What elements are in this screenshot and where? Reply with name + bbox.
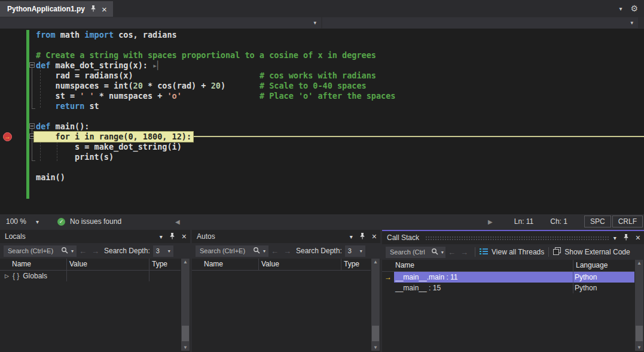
autos-titlebar[interactable]: Autos ▾ ×: [192, 230, 380, 243]
chevron-down-icon: ▾: [71, 248, 74, 254]
autos-title: Autos: [197, 232, 215, 241]
scroll-up-icon[interactable]: ▲: [371, 259, 380, 265]
document-tab-strip: PythonApplication1.py × ▾ ⚙: [0, 0, 644, 17]
view-all-threads-button[interactable]: View all Threads: [480, 248, 544, 257]
column-header-name[interactable]: Name: [382, 260, 573, 271]
close-icon[interactable]: ×: [636, 233, 640, 242]
pin-icon[interactable]: [623, 232, 629, 243]
nav-member-dropdown[interactable]: ▾: [322, 17, 638, 28]
breakpoint-current-line-icon[interactable]: →: [3, 132, 12, 141]
scroll-down-icon[interactable]: ▼: [635, 345, 643, 350]
locals-titlebar[interactable]: Locals ▾ ×: [0, 230, 190, 243]
scroll-up-icon[interactable]: ▲: [635, 260, 643, 266]
change-tracking-bar: [26, 30, 29, 199]
autos-toolbar: Search (Ctrl+E) ▾ ← → Search Depth: 3 ▾: [192, 243, 380, 259]
toolbar-separator: [548, 247, 549, 257]
document-tab[interactable]: PythonApplication1.py ×: [0, 1, 113, 17]
call-stack-frame-row[interactable]: __main__ : 15Python: [382, 283, 634, 293]
scroll-right-icon[interactable]: ▶: [488, 219, 493, 225]
code-line[interactable]: main(): [36, 172, 395, 183]
line-indicator: Ln: 11: [514, 217, 533, 226]
window-position-chevron-icon[interactable]: ▾: [350, 233, 353, 240]
code-line[interactable]: # Create a string with spaces proportion…: [36, 50, 395, 60]
locals-search-input[interactable]: Search (Ctrl+E) ▾: [4, 245, 77, 257]
expander-icon[interactable]: ▷: [5, 273, 9, 279]
scroll-up-icon[interactable]: ▲: [181, 259, 190, 265]
search-icon: [253, 245, 260, 256]
call-stack-frame-row[interactable]: →__main__.main : 11Python: [382, 272, 634, 283]
pin-icon[interactable]: [90, 5, 96, 13]
code-line[interactable]: [36, 162, 395, 172]
call-stack-title: Call Stack: [387, 233, 419, 242]
column-header-name[interactable]: Name: [192, 259, 259, 270]
tab-list-chevron-down-icon[interactable]: ▾: [619, 5, 622, 12]
call-stack-titlebar[interactable]: Call Stack ▾ ×: [382, 231, 644, 244]
call-stack-search-input[interactable]: Search (Ctrl ▾: [386, 247, 445, 258]
chevron-down-icon: ▾: [263, 248, 265, 254]
search-forward-icon[interactable]: →: [283, 247, 291, 256]
no-issues-check-icon: ✓: [57, 218, 65, 226]
call-stack-panel: Call Stack ▾ × Search (Ctrl ▾ ← → View a…: [382, 230, 644, 352]
external-code-icon: [553, 247, 561, 257]
frame-name: __main__.main : 11: [394, 272, 573, 283]
scrollbar-thumb[interactable]: [636, 326, 643, 341]
code-line[interactable]: print(s): [36, 152, 395, 162]
close-icon[interactable]: ×: [182, 232, 187, 241]
zoom-dropdown[interactable]: 100 % ▾: [0, 217, 54, 226]
column-header-language[interactable]: Language: [573, 260, 634, 271]
editor-navigation-bar: ▾ ▾: [0, 17, 644, 29]
call-stack-vertical-scrollbar[interactable]: ▲ ▼: [635, 260, 643, 351]
scrollbar-thumb[interactable]: [372, 326, 379, 341]
pin-icon[interactable]: [359, 231, 365, 242]
close-icon[interactable]: ×: [102, 5, 107, 14]
show-external-code-button[interactable]: Show External Code: [553, 247, 630, 257]
locals-vertical-scrollbar[interactable]: ▲ ▼: [181, 259, 190, 351]
search-depth-label: Search Depth:: [296, 247, 342, 255]
fold-toggle[interactable]: [29, 62, 35, 68]
locals-row[interactable]: ▷{ }Globals: [0, 271, 181, 281]
search-depth-dropdown[interactable]: 3 ▾: [153, 245, 173, 257]
code-editor[interactable]: → from math import cos, radians# Create …: [0, 29, 644, 214]
column-header-value[interactable]: Value: [67, 259, 149, 270]
code-line[interactable]: s = make_dot_string(i): [36, 142, 395, 152]
code-line[interactable]: st = ' ' * numspaces + 'o' # Place 'o' a…: [36, 91, 395, 101]
spaces-indicator[interactable]: SPC: [584, 216, 611, 227]
code-line[interactable]: def main():: [36, 122, 395, 132]
fold-toggle[interactable]: [29, 123, 35, 129]
code-line[interactable]: def make_dot_string(x): ▸▏: [36, 60, 395, 71]
autos-search-input[interactable]: Search (Ctrl+E) ▾: [196, 245, 268, 257]
scroll-down-icon[interactable]: ▼: [181, 345, 190, 350]
search-back-icon[interactable]: ←: [448, 248, 456, 257]
code-line[interactable]: numspaces = int(20 * cos(rad) + 20) # Sc…: [36, 81, 395, 91]
object-braces-icon: { }: [13, 272, 19, 280]
scroll-left-icon[interactable]: ◀: [175, 219, 180, 225]
search-forward-icon[interactable]: →: [460, 248, 468, 257]
pin-icon[interactable]: [169, 231, 175, 242]
column-header-value[interactable]: Value: [259, 259, 341, 270]
code-line[interactable]: rad = radians(x) # cos works with radian…: [36, 71, 395, 81]
frame-name: __main__ : 15: [394, 283, 573, 293]
autos-panel: Autos ▾ × Search (Ctrl+E) ▾ ← → Search D…: [192, 230, 380, 352]
scrollbar-thumb[interactable]: [182, 326, 189, 341]
column-header-type[interactable]: Type: [149, 259, 181, 270]
autos-vertical-scrollbar[interactable]: ▲ ▼: [371, 259, 380, 351]
column-header-name[interactable]: Name: [0, 259, 67, 270]
gear-icon[interactable]: ⚙: [630, 4, 638, 13]
nav-type-dropdown[interactable]: ▾: [0, 17, 321, 28]
search-forward-icon[interactable]: →: [91, 247, 99, 256]
code-line[interactable]: from math import cos, radians: [36, 30, 395, 40]
window-position-chevron-icon[interactable]: ▾: [160, 233, 163, 240]
code-line[interactable]: [36, 111, 395, 122]
column-header-type[interactable]: Type: [341, 259, 371, 270]
search-back-icon[interactable]: ←: [79, 247, 87, 256]
scroll-down-icon[interactable]: ▼: [371, 345, 380, 350]
code-line[interactable]: for i in range(0, 1800, 12):: [36, 132, 395, 142]
close-icon[interactable]: ×: [372, 232, 377, 241]
variable-type: [149, 271, 181, 281]
code-line[interactable]: return st: [36, 101, 395, 111]
line-ending-indicator[interactable]: CRLF: [612, 216, 643, 227]
code-line[interactable]: [36, 40, 395, 50]
search-back-icon[interactable]: ←: [271, 247, 279, 256]
search-depth-dropdown[interactable]: 3 ▾: [345, 245, 365, 257]
window-position-chevron-icon[interactable]: ▾: [614, 235, 616, 241]
